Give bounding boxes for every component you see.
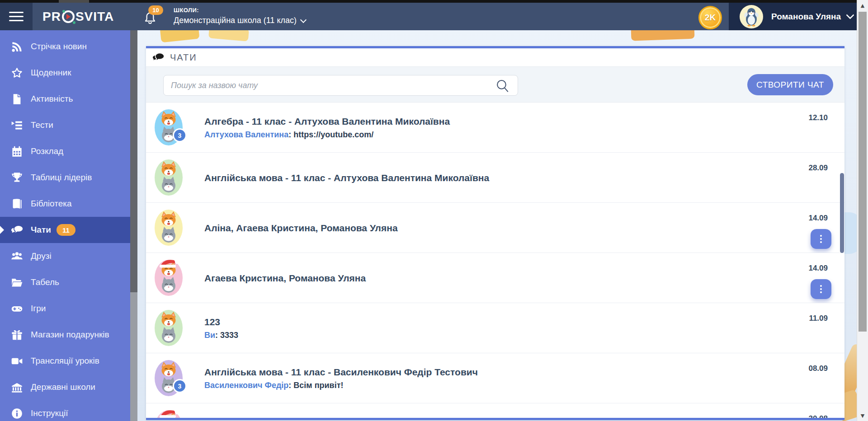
logo-play-icon xyxy=(62,10,75,23)
last-message-text: : 3333 xyxy=(215,331,238,340)
chat-texts: Алгебра - 11 клас - Алтухова Валентина М… xyxy=(204,116,450,140)
hamburger-icon xyxy=(9,9,24,24)
chat-last-message: Алтухова Валентина: https://youtube.com/ xyxy=(204,130,450,140)
last-sender-name: Василенкович Федір xyxy=(204,381,288,390)
chevron-down-icon xyxy=(846,11,854,19)
chat-texts: Агаева Кристина, Романова Уляна xyxy=(204,272,366,284)
logo-text-pre: PR xyxy=(42,9,61,24)
sidebar-item-gift[interactable]: Магазин подарунків xyxy=(0,322,130,348)
sidebar-item-star[interactable]: Щоденник xyxy=(0,60,130,86)
logo-text-rest: SVITA xyxy=(75,9,114,24)
sidebar-scrollbar-thumb[interactable] xyxy=(130,30,137,292)
chat-title: Аліна, Агаева Кристина, Романова Уляна xyxy=(204,222,398,234)
page-title: ЧАТИ xyxy=(170,52,197,63)
video-icon xyxy=(11,355,23,367)
search-icon[interactable] xyxy=(495,78,510,93)
create-chat-button[interactable]: СТВОРИТИ ЧАТ xyxy=(747,74,833,95)
pets-avatar-icon xyxy=(155,260,183,296)
unread-count-badge: 3 xyxy=(173,128,187,142)
chat-date: 14.09 xyxy=(808,264,828,273)
calendar-icon xyxy=(11,145,23,158)
pets-avatar-icon xyxy=(155,310,183,346)
user-name: Романова Уляна xyxy=(771,12,841,22)
trophy-icon xyxy=(11,172,23,184)
sidebar-scrollbar[interactable] xyxy=(130,30,137,421)
page-scrollbar[interactable]: ▲ ▼ xyxy=(857,0,868,421)
chat-list-item[interactable]: 30.08 xyxy=(146,403,844,418)
chat-date: 14.09 xyxy=(808,214,828,223)
chat-date: 11.09 xyxy=(809,314,828,323)
unread-count-badge: 3 xyxy=(173,379,187,393)
last-message-text: : https://youtube.com/ xyxy=(288,130,373,139)
chat-list-item[interactable]: Агаева Кристина, Романова Уляна 14.09 xyxy=(146,253,844,303)
chat-avatar xyxy=(155,159,183,196)
sidebar-item-label: Таблиці лідерів xyxy=(31,173,92,182)
star-icon xyxy=(11,67,23,79)
sidebar-item-video[interactable]: Трансляції уроків xyxy=(0,348,130,374)
sidebar-item-label: Трансляції уроків xyxy=(31,356,99,366)
chat-date: 12.10 xyxy=(808,113,828,122)
sidebar-item-label: Чати xyxy=(31,225,51,235)
folder-icon xyxy=(11,276,23,289)
school-name: Демонстраційна школа (11 клас) xyxy=(174,16,297,25)
search-input[interactable] xyxy=(163,75,518,96)
chat-menu-button[interactable] xyxy=(811,229,831,249)
chat-title: Алгебра - 11 клас - Алтухова Валентина М… xyxy=(204,116,450,127)
top-header: PR SVITA 10 ШКОЛИ: Демонстраційна школа … xyxy=(0,3,857,30)
chat-title: Англійська мова - 11 клас - Василенкович… xyxy=(204,366,478,378)
chat-texts: Англійська мова - 11 клас - Василенкович… xyxy=(204,366,478,390)
sidebar-item-calendar[interactable]: Розклад xyxy=(0,138,130,164)
book-icon xyxy=(11,198,23,210)
penguin-avatar-icon xyxy=(741,6,762,27)
chat-title: Агаева Кристина, Романова Уляна xyxy=(204,272,366,284)
chat-list-item[interactable]: Аліна, Агаева Кристина, Романова Уляна 1… xyxy=(146,203,844,253)
chat-menu-button[interactable] xyxy=(811,279,831,299)
chats-card: ЧАТИ СТВОРИТИ ЧАТ xyxy=(146,46,844,420)
scroll-up-arrow[interactable]: ▲ xyxy=(857,1,868,10)
chat-title: 123 xyxy=(204,316,238,327)
card-header: ЧАТИ xyxy=(146,48,844,67)
chat-date: 30.08 xyxy=(808,414,828,418)
sidebar-item-tests[interactable]: Тести xyxy=(0,112,130,138)
prosvita-logo[interactable]: PR SVITA xyxy=(42,3,114,30)
chat-list-scrollbar-thumb[interactable] xyxy=(840,173,844,253)
kebab-menu-icon xyxy=(820,288,822,290)
sidebar-item-label: Тести xyxy=(31,120,53,130)
sidebar-item-chat[interactable]: Чати 11 xyxy=(0,217,130,243)
sidebar-item-folder[interactable]: Табель xyxy=(0,269,130,295)
pets-avatar-icon xyxy=(155,159,183,196)
friends-icon xyxy=(11,250,23,262)
page-scrollbar-thumb[interactable] xyxy=(859,12,867,332)
chat-avatar xyxy=(155,210,183,246)
user-menu[interactable]: Романова Уляна xyxy=(729,3,857,30)
sidebar-item-trophy[interactable]: Таблиці лідерів xyxy=(0,164,130,191)
school-selector[interactable]: ШКОЛИ: Демонстраційна школа (11 клас) xyxy=(174,7,306,25)
chat-list-item[interactable]: 3 Англійська мова - 11 клас - Василенков… xyxy=(146,353,844,403)
sidebar-item-file[interactable]: Активність xyxy=(0,86,130,112)
sidebar-item-rss[interactable]: Стрічка новин xyxy=(0,33,130,60)
scroll-down-arrow[interactable]: ▼ xyxy=(857,411,868,420)
coins-balance-badge[interactable]: 2K xyxy=(698,6,722,29)
sidebar: Стрічка новин Щоденник Активність Тести … xyxy=(0,30,130,421)
sidebar-item-info[interactable]: Інструкції xyxy=(0,400,130,421)
sidebar-item-bank[interactable]: Державні школи xyxy=(0,374,130,400)
coins-value: 2K xyxy=(705,13,716,23)
chat-list-item[interactable]: 3 Алгебра - 11 клас - Алтухова Валентина… xyxy=(146,103,844,153)
chat-last-message: Ви: 3333 xyxy=(204,330,238,340)
chat-list-item[interactable]: 123 Ви: 3333 11.09 xyxy=(146,303,844,353)
sidebar-item-label: Друзі xyxy=(31,251,52,261)
chat-list-item[interactable]: Англійська мова - 11 клас - Алтухова Вал… xyxy=(146,153,844,203)
sidebar-item-label: Щоденник xyxy=(31,68,71,78)
hamburger-menu-button[interactable] xyxy=(0,3,33,30)
chat-date: 08.09 xyxy=(808,364,828,373)
sidebar-item-book[interactable]: Бібліотека xyxy=(0,191,130,217)
sidebar-item-label: Інструкції xyxy=(31,408,68,418)
school-label: ШКОЛИ: xyxy=(174,7,306,14)
chat-avatar xyxy=(155,260,183,296)
sidebar-item-gamepad[interactable]: Ігри xyxy=(0,295,130,322)
rss-icon xyxy=(11,41,23,53)
sidebar-item-friends[interactable]: Друзі xyxy=(0,243,130,269)
pets-avatar-icon xyxy=(155,210,183,246)
chat-list: 3 Алгебра - 11 клас - Алтухова Валентина… xyxy=(146,103,844,418)
active-marker-icon xyxy=(0,226,4,234)
